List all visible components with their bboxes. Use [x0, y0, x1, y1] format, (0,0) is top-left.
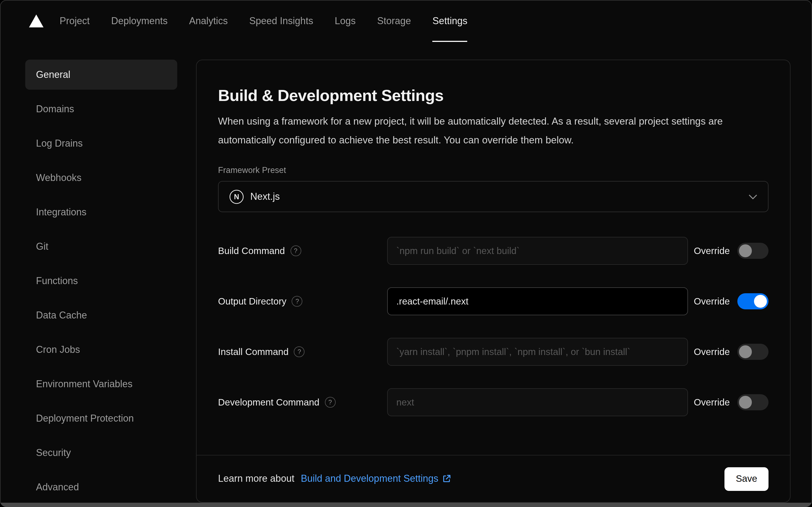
help-icon[interactable]: ? [325, 397, 335, 408]
install-command-override-toggle[interactable] [737, 344, 768, 360]
learn-more-link[interactable]: Build and Development Settings [301, 473, 438, 485]
page-title: Build & Development Settings [218, 87, 768, 104]
output-directory-override: Override [694, 293, 768, 309]
sidebar-item-deployment-protection[interactable]: Deployment Protection [25, 403, 177, 434]
nav-item-storage[interactable]: Storage [377, 0, 411, 42]
help-icon[interactable]: ? [294, 346, 305, 357]
install-command-label: Install Command [218, 346, 289, 357]
development-command-row: Development Command ? Override [218, 388, 768, 416]
sidebar-item-log-drains[interactable]: Log Drains [25, 128, 177, 158]
framework-preset-label: Framework Preset [218, 165, 768, 175]
nextjs-logo-icon: N [229, 189, 244, 204]
nav-item-project[interactable]: Project [60, 0, 90, 42]
vercel-logo-icon[interactable] [29, 14, 44, 27]
override-label: Override [694, 296, 730, 307]
development-command-override-toggle[interactable] [737, 394, 768, 410]
install-command-input[interactable] [387, 338, 688, 366]
sidebar-item-cron-jobs[interactable]: Cron Jobs [25, 335, 177, 365]
framework-preset-value: Next.js [250, 191, 280, 202]
nav-item-speed-insights[interactable]: Speed Insights [249, 0, 313, 42]
card-footer: Learn more about Build and Development S… [196, 455, 790, 502]
card-body: Build & Development Settings When using … [196, 60, 790, 455]
sidebar-item-integrations[interactable]: Integrations [25, 197, 177, 227]
stage: Project Deployments Analytics Speed Insi… [0, 0, 812, 507]
card-description: When using a framework for a new project… [218, 112, 768, 149]
build-command-row: Build Command ? Override [218, 237, 768, 265]
chevron-down-icon [749, 194, 757, 199]
nav-item-deployments[interactable]: Deployments [111, 0, 168, 42]
svg-text:N: N [234, 192, 239, 201]
nav-item-analytics[interactable]: Analytics [189, 0, 228, 42]
override-label: Override [694, 397, 730, 408]
sidebar-item-general[interactable]: General [25, 60, 177, 90]
toggle-knob [739, 396, 752, 409]
save-button[interactable]: Save [724, 467, 768, 491]
external-link-icon[interactable] [442, 474, 451, 484]
nav-item-logs[interactable]: Logs [335, 0, 355, 42]
install-command-label-group: Install Command ? [218, 346, 387, 357]
sidebar-item-domains[interactable]: Domains [25, 94, 177, 124]
sidebar-item-data-cache[interactable]: Data Cache [25, 300, 177, 330]
sidebar-item-advanced[interactable]: Advanced [25, 472, 177, 502]
toggle-knob [754, 295, 767, 308]
output-directory-input[interactable] [387, 287, 688, 315]
window-bottom-edge [0, 503, 812, 507]
toggle-knob [739, 345, 752, 358]
build-settings-card: Build & Development Settings When using … [196, 60, 791, 503]
learn-more-prefix: Learn more about [218, 473, 297, 485]
development-command-label-group: Development Command ? [218, 397, 387, 408]
output-directory-override-toggle[interactable] [737, 293, 768, 309]
development-command-label: Development Command [218, 397, 319, 408]
nav-item-settings[interactable]: Settings [432, 0, 467, 42]
build-command-override-toggle[interactable] [737, 243, 768, 259]
build-command-input[interactable] [387, 237, 688, 265]
install-command-override: Override [694, 344, 768, 360]
override-label: Override [694, 346, 730, 357]
sidebar-item-environment-variables[interactable]: Environment Variables [25, 369, 177, 399]
output-directory-row: Output Directory ? Override [218, 287, 768, 315]
learn-more-text: Learn more about Build and Development S… [218, 473, 451, 485]
build-command-label-group: Build Command ? [218, 245, 387, 257]
install-command-row: Install Command ? Override [218, 338, 768, 366]
development-command-input[interactable] [387, 388, 688, 416]
settings-content: General Domains Log Drains Webhooks Inte… [0, 42, 812, 503]
settings-sidebar: General Domains Log Drains Webhooks Inte… [25, 60, 177, 502]
sidebar-item-git[interactable]: Git [25, 231, 177, 262]
framework-preset-select[interactable]: N Next.js [218, 181, 768, 212]
sidebar-item-webhooks[interactable]: Webhooks [25, 163, 177, 193]
development-command-override: Override [694, 394, 768, 410]
help-icon[interactable]: ? [290, 245, 301, 256]
output-directory-label: Output Directory [218, 296, 287, 307]
toggle-knob [739, 244, 752, 257]
app-window: Project Deployments Analytics Speed Insi… [0, 0, 812, 507]
nav-tabs: Project Deployments Analytics Speed Insi… [60, 0, 467, 42]
sidebar-item-security[interactable]: Security [25, 438, 177, 468]
override-label: Override [694, 245, 730, 257]
build-command-label: Build Command [218, 245, 285, 257]
output-directory-label-group: Output Directory ? [218, 296, 387, 307]
build-command-override: Override [694, 243, 768, 259]
top-nav: Project Deployments Analytics Speed Insi… [0, 0, 812, 42]
sidebar-item-functions[interactable]: Functions [25, 266, 177, 296]
help-icon[interactable]: ? [292, 296, 303, 307]
